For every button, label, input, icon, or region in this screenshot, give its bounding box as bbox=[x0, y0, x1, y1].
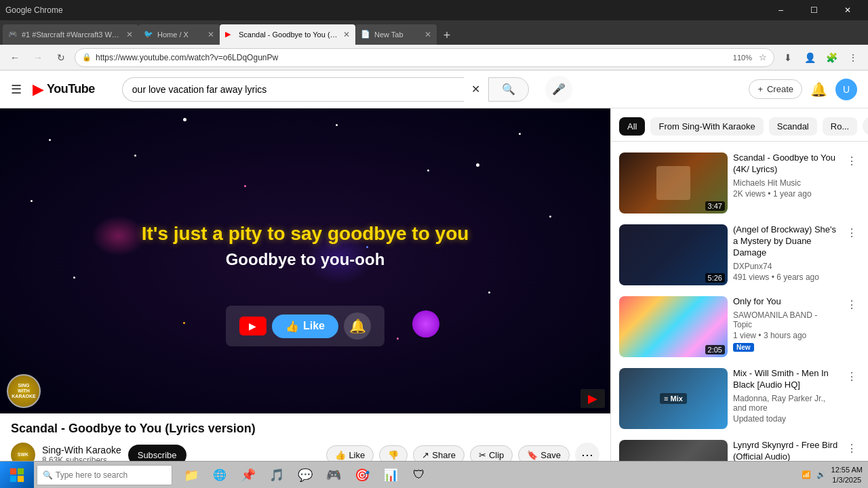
profile-icon[interactable]: 👤 bbox=[800, 48, 819, 67]
overlay-like-button[interactable]: 👍 Like bbox=[272, 314, 338, 338]
channel-name[interactable]: Sing-With Karaoke bbox=[42, 445, 121, 455]
system-clock: 12:55 AM 1/3/2025 bbox=[831, 465, 863, 485]
action-buttons: 👍 Like 👎 ↗ Share ✂ bbox=[326, 443, 599, 461]
share-button[interactable]: ↗ Share bbox=[413, 445, 465, 462]
taskbar-chrome-icon[interactable]: 🌐 bbox=[206, 462, 233, 489]
taskbar-search-input[interactable] bbox=[56, 470, 164, 480]
filter-chip-more[interactable]: Ro... bbox=[823, 117, 857, 136]
zoom-level: 110% bbox=[730, 54, 755, 62]
video-title: Scandal - Goodbye to You (Lyrics version… bbox=[11, 422, 599, 436]
taskbar-app4-icon[interactable]: 🎮 bbox=[320, 462, 347, 489]
tab-close[interactable]: ✕ bbox=[126, 30, 133, 39]
forward-button[interactable]: → bbox=[28, 48, 47, 67]
bookmark-icon[interactable]: ☆ bbox=[759, 52, 767, 62]
taskbar-app6-icon[interactable]: 📊 bbox=[377, 462, 404, 489]
star-particle bbox=[49, 139, 51, 141]
sidebar-video-item[interactable]: 5:26 (Angel of Brockway) She's a Mystery… bbox=[611, 219, 868, 291]
header-right-actions: + Create 🔔 U bbox=[749, 79, 857, 100]
taskbar-app2-icon[interactable]: 🎵 bbox=[263, 462, 290, 489]
taskbar-app5-icon[interactable]: 🎯 bbox=[349, 462, 376, 489]
taskbar-app3-icon[interactable]: 💬 bbox=[292, 462, 319, 489]
windows-logo-icon bbox=[9, 468, 24, 483]
taskbar-app7-icon[interactable]: 🛡 bbox=[406, 462, 433, 489]
tab-close[interactable]: ✕ bbox=[343, 30, 350, 39]
search-submit-button[interactable]: 🔍 bbox=[488, 77, 529, 102]
network-icon[interactable]: 📶 bbox=[802, 470, 811, 479]
close-button[interactable]: ✕ bbox=[832, 0, 863, 20]
filter-next-button[interactable]: › bbox=[863, 117, 868, 136]
purple-orb-effect bbox=[412, 310, 439, 338]
tab-label: New Tab bbox=[374, 30, 420, 39]
filter-chip-all[interactable]: All bbox=[619, 117, 645, 136]
settings-menu-icon[interactable]: ⋮ bbox=[844, 48, 863, 67]
tab-bar: 🎮 #1 #Starcraft #Warcraft3 Worl... ✕ 🐦 H… bbox=[0, 20, 868, 45]
voice-search-button[interactable]: 🎤 bbox=[545, 76, 572, 103]
tab-youtube-active[interactable]: ▶ Scandal - Goodbye to You (Lyr... ✕ bbox=[220, 24, 355, 45]
maximize-button[interactable]: ☐ bbox=[799, 0, 829, 20]
sidebar-video-item[interactable]: 3:47 Scandal - Goodbye to You (4K/ Lyric… bbox=[611, 147, 868, 219]
sidebar-video-thumbnail: 2:05 bbox=[619, 296, 728, 357]
overlay-bell-icon[interactable]: 🔔 bbox=[344, 312, 371, 340]
tab-favicon: 🐦 bbox=[144, 30, 153, 39]
sidebar-more-options-button[interactable]: ⋮ bbox=[844, 296, 860, 312]
more-options-button[interactable]: ⋯ bbox=[575, 443, 599, 461]
sidebar-more-options-button[interactable]: ⋮ bbox=[844, 152, 860, 169]
star-particle bbox=[488, 291, 490, 293]
tab-favicon: ▶ bbox=[225, 30, 235, 39]
dislike-button[interactable]: 👎 bbox=[379, 445, 408, 462]
taskbar-search-box[interactable]: 🔍 bbox=[37, 465, 172, 485]
sidebar-video-info: Scandal - Goodbye to You (4K/ Lyrics) Mi… bbox=[733, 152, 838, 199]
menu-hamburger-icon[interactable]: ☰ bbox=[11, 82, 22, 97]
like-button[interactable]: 👍 Like bbox=[326, 445, 374, 462]
tab-close[interactable]: ✕ bbox=[425, 30, 431, 39]
new-tab-button[interactable]: + bbox=[437, 26, 457, 45]
sidebar-video-item[interactable]: vevo 9:11 Lynyrd Skynyrd - Free Bird (Of… bbox=[611, 434, 868, 461]
create-button[interactable]: + Create bbox=[749, 79, 802, 99]
tab-twitter[interactable]: 🐦 Home / X ✕ bbox=[138, 24, 220, 45]
save-button[interactable]: 🔖 Save bbox=[518, 445, 570, 462]
extensions-icon[interactable]: 🧩 bbox=[822, 48, 841, 67]
sidebar-more-options-button[interactable]: ⋮ bbox=[844, 224, 860, 241]
clock-date: 1/3/2025 bbox=[831, 475, 863, 485]
clip-button[interactable]: ✂ Clip bbox=[470, 445, 513, 462]
taskbar-file-explorer-icon[interactable]: 📁 bbox=[178, 462, 205, 489]
star-particle bbox=[134, 155, 136, 157]
star-particle bbox=[183, 118, 186, 121]
sidebar-video-item[interactable]: 2:05 Only for You SAWOMANILA BAND - Topi… bbox=[611, 291, 868, 363]
sidebar-more-options-button[interactable]: ⋮ bbox=[844, 440, 860, 456]
tab-favicon: 🎮 bbox=[8, 30, 18, 39]
clip-label: Clip bbox=[489, 450, 504, 460]
channel-avatar-initials: SWK bbox=[18, 452, 28, 458]
tab-newtab[interactable]: 📄 New Tab ✕ bbox=[355, 24, 437, 45]
address-input[interactable] bbox=[96, 53, 726, 62]
back-button[interactable]: ← bbox=[5, 48, 24, 67]
search-clear-button[interactable]: ✕ bbox=[464, 77, 488, 102]
youtube-logo[interactable]: ▶ YouTube bbox=[33, 81, 95, 98]
youtube-search-input[interactable] bbox=[122, 77, 464, 102]
sidebar-video-thumbnail: 3:47 bbox=[619, 152, 728, 214]
minimize-button[interactable]: – bbox=[766, 0, 796, 20]
subscribe-button[interactable]: Subscribe bbox=[128, 445, 186, 462]
notifications-bell-icon[interactable]: 🔔 bbox=[810, 81, 827, 98]
sound-icon[interactable]: 🔊 bbox=[816, 470, 826, 479]
colored-star-particle bbox=[244, 185, 246, 187]
sidebar-video-item[interactable]: ≡ Mix Mix - Will Smith - Men In Black [A… bbox=[611, 363, 868, 434]
sidebar-video-stats: 1 view • 3 hours ago bbox=[733, 331, 838, 340]
user-avatar[interactable]: U bbox=[835, 79, 857, 100]
reload-button[interactable]: ↻ bbox=[52, 48, 71, 67]
star-particle bbox=[336, 124, 338, 126]
sidebar-more-options-button[interactable]: ⋮ bbox=[844, 368, 860, 384]
taskbar-app-icon[interactable]: 📌 bbox=[235, 462, 262, 489]
tab-close[interactable]: ✕ bbox=[208, 30, 214, 39]
lyric-line-2: Goodbye to you-ooh bbox=[31, 250, 580, 269]
filter-chip-scandal[interactable]: Scandal bbox=[769, 117, 817, 136]
youtube-end-screen-button[interactable]: ▶ bbox=[580, 389, 605, 408]
tab-starcraft[interactable]: 🎮 #1 #Starcraft #Warcraft3 Worl... ✕ bbox=[3, 24, 138, 45]
downloads-icon[interactable]: ⬇ bbox=[778, 48, 797, 67]
start-button[interactable] bbox=[0, 462, 34, 489]
video-background: It's just a pity to say goodbye to you G… bbox=[0, 108, 610, 413]
sidebar-channel-name: Madonna, Ray Parker Jr., and more bbox=[733, 394, 838, 413]
video-player[interactable]: It's just a pity to say goodbye to you G… bbox=[0, 108, 610, 413]
filter-chip-singwithkaraoke[interactable]: From Sing-With Karaoke bbox=[650, 117, 763, 136]
address-bar-input-wrap[interactable]: 🔒 110% ☆ bbox=[75, 48, 774, 67]
